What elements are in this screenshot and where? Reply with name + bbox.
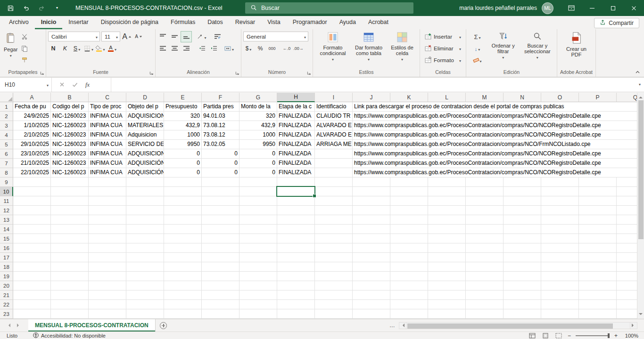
- cell-J9[interactable]: [353, 178, 390, 187]
- cell-N22[interactable]: [504, 300, 541, 309]
- cell-I8[interactable]: [315, 168, 353, 178]
- cell-N15[interactable]: [504, 234, 541, 243]
- cell-K16[interactable]: [390, 243, 428, 253]
- tab-programador[interactable]: Programador: [287, 16, 333, 29]
- cell-G12[interactable]: [239, 206, 277, 215]
- cell-K15[interactable]: [390, 234, 428, 243]
- cell-C9[interactable]: [89, 178, 126, 187]
- decrease-indent-icon[interactable]: [197, 43, 207, 54]
- cell-G23[interactable]: [239, 309, 277, 319]
- cell-J23[interactable]: [353, 309, 390, 319]
- cell-L9[interactable]: [428, 178, 466, 187]
- cell-B7[interactable]: NIC-1260023: [51, 159, 89, 168]
- cell-C20[interactable]: [89, 281, 126, 291]
- cell-E2[interactable]: 320: [164, 112, 202, 121]
- cell-E21[interactable]: [164, 291, 202, 300]
- cell-M13[interactable]: [466, 215, 504, 225]
- horizontal-scrollbar[interactable]: [399, 319, 644, 331]
- cell-H8[interactable]: FINALIZADA: [277, 168, 315, 178]
- row-header-6[interactable]: 6: [0, 149, 13, 159]
- cell-G3[interactable]: 432,9: [239, 121, 277, 130]
- cell-B13[interactable]: [51, 215, 89, 225]
- cell-O20[interactable]: [541, 281, 579, 291]
- enter-icon[interactable]: [72, 81, 78, 89]
- column-header-P[interactable]: P: [579, 93, 617, 102]
- cell-F17[interactable]: [202, 253, 239, 262]
- scroll-down-icon[interactable]: [639, 313, 643, 317]
- cell-K22[interactable]: [390, 300, 428, 309]
- cell-G5[interactable]: 9950: [239, 140, 277, 149]
- cell-D20[interactable]: [126, 281, 164, 291]
- cell-M16[interactable]: [466, 243, 504, 253]
- cell-I22[interactable]: [315, 300, 353, 309]
- tab-fórmulas[interactable]: Fórmulas: [165, 16, 201, 29]
- cell-M12[interactable]: [466, 206, 504, 215]
- row-header-19[interactable]: 19: [0, 272, 13, 281]
- cell-H4[interactable]: FINALIZADA: [277, 130, 315, 140]
- page-layout-view-icon[interactable]: [541, 333, 550, 339]
- cell-M14[interactable]: [466, 225, 504, 234]
- row-header-3[interactable]: 3: [0, 121, 13, 130]
- fill-button[interactable]: [468, 43, 487, 54]
- cell-E20[interactable]: [164, 281, 202, 291]
- name-box[interactable]: H10: [0, 78, 52, 92]
- avatar[interactable]: ML: [542, 2, 553, 14]
- cell-D1[interactable]: Objeto del p: [126, 102, 164, 112]
- cell-P19[interactable]: [579, 272, 617, 281]
- cell-K11[interactable]: [390, 196, 428, 206]
- row-header-12[interactable]: 12: [0, 206, 13, 215]
- cell-J7[interactable]: https://www.compraspublicas.gob.ec/Proce…: [353, 159, 390, 168]
- cell-F12[interactable]: [202, 206, 239, 215]
- tab-datos[interactable]: Datos: [201, 16, 229, 29]
- cell-K21[interactable]: [390, 291, 428, 300]
- cell-G1[interactable]: Monto de la: [239, 102, 277, 112]
- cell-P22[interactable]: [579, 300, 617, 309]
- cell-J14[interactable]: [353, 225, 390, 234]
- cell-C10[interactable]: [89, 187, 126, 196]
- row-header-5[interactable]: 5: [0, 140, 13, 149]
- comma-format-button[interactable]: 000: [267, 43, 277, 54]
- cell-C7[interactable]: INFIMA CUA: [89, 159, 126, 168]
- scroll-left-icon[interactable]: [399, 322, 406, 329]
- accessibility-status[interactable]: Accesibilidad: No disponible: [33, 332, 106, 339]
- cell-K12[interactable]: [390, 206, 428, 215]
- cell-Q23[interactable]: [617, 309, 637, 319]
- cell-B2[interactable]: NIC-1260023: [51, 112, 89, 121]
- row-header-23[interactable]: 23: [0, 309, 13, 319]
- undo-icon[interactable]: [21, 3, 31, 13]
- cell-I5[interactable]: ARRIAGA ME: [315, 140, 353, 149]
- cell-G2[interactable]: 320: [239, 112, 277, 121]
- cell-K10[interactable]: [390, 187, 428, 196]
- cell-K14[interactable]: [390, 225, 428, 234]
- dialog-launcher-icon[interactable]: [306, 71, 312, 76]
- cell-K20[interactable]: [390, 281, 428, 291]
- cell-H21[interactable]: [277, 291, 315, 300]
- cell-F13[interactable]: [202, 215, 239, 225]
- cell-M10[interactable]: [466, 187, 504, 196]
- cell-L20[interactable]: [428, 281, 466, 291]
- cell-Q9[interactable]: [617, 178, 637, 187]
- conditional-formatting-button[interactable]: Formato condicional: [315, 31, 350, 69]
- cell-K18[interactable]: [390, 262, 428, 272]
- cell-G13[interactable]: [239, 215, 277, 225]
- cell-L11[interactable]: [428, 196, 466, 206]
- cell-Q11[interactable]: [617, 196, 637, 206]
- cell-F2[interactable]: 94.01.03: [202, 112, 239, 121]
- cell-F20[interactable]: [202, 281, 239, 291]
- cell-C23[interactable]: [89, 309, 126, 319]
- column-header-F[interactable]: F: [202, 93, 239, 102]
- cell-A6[interactable]: 23/10/2025: [13, 149, 51, 159]
- cell-D11[interactable]: [126, 196, 164, 206]
- cell-O13[interactable]: [541, 215, 579, 225]
- cell-C3[interactable]: INFIMA CUA: [89, 121, 126, 130]
- cell-C21[interactable]: [89, 291, 126, 300]
- italic-button[interactable]: K: [60, 43, 70, 54]
- sheet-tab-active[interactable]: MENSUAL 8-PROCESOS-CONTRATACION: [28, 319, 156, 331]
- cell-M22[interactable]: [466, 300, 504, 309]
- row-header-18[interactable]: 18: [0, 262, 13, 272]
- cell-A2[interactable]: 24/9/2025: [13, 112, 51, 121]
- cell-B1[interactable]: Codigo del p: [51, 102, 89, 112]
- cell-I3[interactable]: ALVARADO E: [315, 121, 353, 130]
- cell-N9[interactable]: [504, 178, 541, 187]
- cell-A15[interactable]: [13, 234, 51, 243]
